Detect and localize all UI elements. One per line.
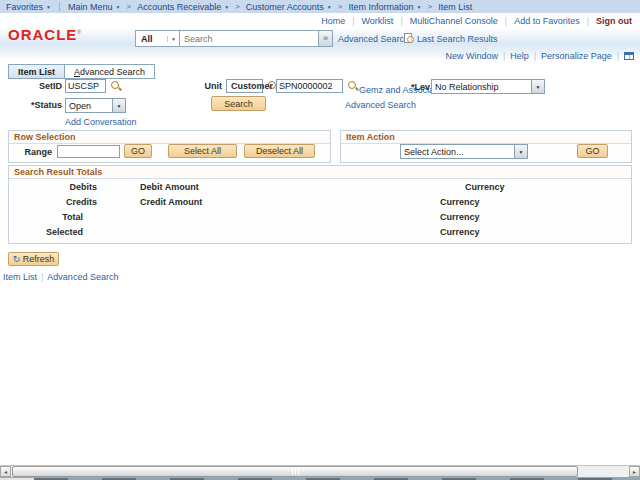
sign-out-link[interactable]: Sign out [596, 16, 632, 26]
setid-lookup-icon[interactable] [110, 80, 122, 92]
nav-home-link[interactable]: Home [321, 16, 345, 26]
scroll-right-button[interactable]: ► [629, 466, 640, 477]
search-scope-select[interactable]: All ▼ [135, 30, 180, 47]
search-result-totals-title: Search Result Totals [9, 166, 631, 179]
selected-label: Selected [20, 227, 83, 237]
separator: | [41, 272, 43, 282]
status-select[interactable]: Open ▼ [65, 98, 126, 113]
currency-label: Currency [440, 212, 480, 222]
breadcrumb-label: Item Information [348, 2, 413, 12]
separator: | [587, 16, 589, 26]
refresh-label: Refresh [23, 254, 55, 264]
level-label: *Lev [411, 82, 430, 92]
range-input[interactable] [57, 145, 120, 158]
page-tabs: Item List Advanced Search [8, 64, 155, 79]
breadcrumb-label: Accounts Receivable [137, 2, 221, 12]
main-menu-label: Main Menu [68, 2, 113, 12]
separator: | [503, 51, 505, 61]
breadcrumb-customer-accounts[interactable]: Customer Accounts ▼ [246, 2, 332, 12]
chevron-down-icon: ▼ [531, 80, 544, 93]
last-search-results-icon[interactable] [404, 33, 412, 43]
favorites-label: Favorites [6, 2, 43, 12]
footer-advanced-search-link[interactable]: Advanced Search [47, 272, 118, 282]
search-button[interactable]: Search [211, 96, 266, 111]
chevron-down-icon: ▼ [417, 4, 422, 10]
chevron-down-icon: ▼ [514, 145, 527, 158]
separator: | [617, 51, 619, 61]
breadcrumb-separator-icon: > [235, 2, 240, 11]
deselect-all-button[interactable]: Deselect All [244, 144, 315, 158]
level-select-value: No Relationship [432, 80, 531, 93]
separator: | [534, 51, 536, 61]
separator: | [505, 16, 507, 26]
advanced-search-page-link[interactable]: Advanced Search [345, 100, 416, 110]
breadcrumb: Favorites ▼ Main Menu ▼ > Accounts Recei… [0, 0, 640, 13]
customer-label: Customer [215, 81, 273, 91]
select-all-button[interactable]: Select All [168, 144, 237, 158]
nav-worklist-link[interactable]: Worklist [362, 16, 394, 26]
currency-label: Currency [440, 197, 480, 207]
breadcrumb-separator-icon: > [126, 2, 131, 11]
copy-url-window-icon[interactable] [624, 52, 634, 60]
footer-item-list-link[interactable]: Item List [3, 272, 37, 282]
chevron-down-icon: ▼ [224, 4, 229, 10]
range-label: Range [0, 147, 52, 157]
scrollbar-grip [295, 469, 296, 475]
level-select[interactable]: No Relationship ▼ [431, 79, 545, 94]
nav-add-to-favorites-link[interactable]: Add to Favorites [514, 16, 580, 26]
breadcrumb-favorites[interactable]: Favorites ▼ [6, 2, 51, 12]
customer-input[interactable] [276, 79, 343, 93]
help-link[interactable]: Help [510, 51, 529, 61]
search-scope-value: All [136, 34, 167, 44]
registered-mark: ® [77, 29, 82, 35]
tab-item-list[interactable]: Item List [8, 64, 65, 79]
setid-label: SetID [0, 81, 62, 91]
tab-label: Item List [18, 65, 55, 79]
item-action-title: Item Action [341, 131, 631, 144]
footer-links: Item List | Advanced Search [3, 272, 118, 282]
item-action-select[interactable]: Select Action... ▼ [400, 144, 528, 159]
chevron-down-icon: ▼ [46, 4, 51, 10]
new-window-link[interactable]: New Window [445, 51, 498, 61]
personalize-page-link[interactable]: Personalize Page [541, 51, 612, 61]
item-action-go-button[interactable]: GO [577, 144, 608, 158]
unit-label: Unit [160, 81, 222, 91]
breadcrumb-item-information[interactable]: Item Information ▼ [348, 2, 421, 12]
brand-text: ORACLE [8, 26, 77, 43]
breadcrumb-main-menu[interactable]: Main Menu ▼ [68, 2, 120, 12]
breadcrumb-label: Customer Accounts [246, 2, 324, 12]
scrollbar-grip [292, 469, 293, 475]
peoplesoft-item-list-page: Favorites ▼ Main Menu ▼ > Accounts Recei… [0, 0, 640, 480]
breadcrumb-accounts-receivable[interactable]: Accounts Receivable ▼ [137, 2, 229, 12]
chevron-down-icon: ▼ [116, 4, 121, 10]
refresh-button[interactable]: ↻ Refresh [8, 252, 59, 266]
total-label: Total [20, 212, 83, 222]
status-select-value: Open [66, 99, 112, 112]
range-go-button[interactable]: GO [124, 144, 152, 158]
setid-input[interactable] [65, 79, 106, 93]
add-conversation-link[interactable]: Add Conversation [65, 117, 137, 127]
separator: | [352, 16, 354, 26]
advanced-search-link[interactable]: Advanced Search [338, 34, 409, 44]
scrollbar-thumb[interactable] [12, 466, 578, 477]
last-search-results-link[interactable]: Last Search Results [417, 34, 498, 44]
nav-multichannel-console-link[interactable]: MultiChannel Console [410, 16, 498, 26]
top-nav: Home | Worklist | MultiChannel Console |… [321, 16, 632, 26]
scroll-left-button[interactable]: ◄ [0, 466, 11, 477]
credit-amount-label: Credit Amount [140, 197, 202, 207]
item-action-select-value: Select Action... [401, 145, 514, 158]
global-search-input[interactable] [179, 30, 319, 47]
chevron-down-icon: ▼ [167, 36, 179, 42]
row-selection-title: Row Selection [9, 131, 330, 144]
horizontal-scrollbar[interactable]: ◄ ► [0, 465, 640, 478]
separator: | [400, 16, 402, 26]
tab-label: Advanced Search [74, 65, 145, 79]
breadcrumb-item-list[interactable]: Item List [438, 2, 472, 12]
tab-advanced-search[interactable]: Advanced Search [65, 64, 155, 79]
search-result-totals-groupbox: Search Result Totals [8, 165, 632, 244]
breadcrumb-separator-icon: > [338, 2, 343, 11]
customer-lookup-icon[interactable] [347, 80, 359, 92]
search-go-button[interactable]: » [318, 30, 333, 47]
refresh-icon: ↻ [13, 254, 21, 264]
currency-label: Currency [465, 182, 505, 192]
